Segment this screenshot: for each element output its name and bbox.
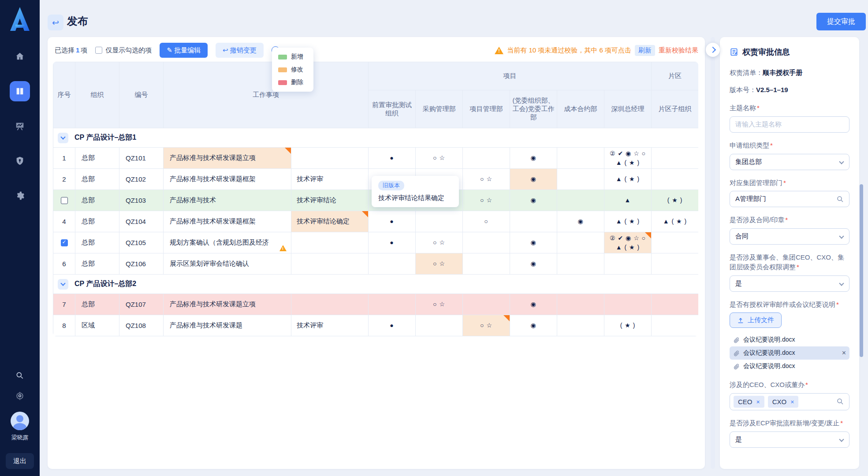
sidebar-item-security[interactable]: [10, 151, 30, 171]
settings-icon[interactable]: [15, 391, 24, 402]
search-icon[interactable]: [15, 371, 24, 382]
avatar[interactable]: [11, 412, 29, 430]
contract-select[interactable]: 合同: [730, 228, 849, 245]
cell-code: QZ102: [119, 169, 164, 190]
undo-changes-button[interactable]: 撤销变更: [216, 43, 264, 58]
group-row: CP 产品设计–总部1: [53, 128, 699, 148]
selected-count-text: 已选择1项: [55, 46, 87, 55]
org-type-select[interactable]: 集团总部: [730, 154, 849, 170]
cell-approval-mark: [557, 253, 604, 275]
warning-icon: [279, 245, 287, 251]
chevron-down-icon: [839, 437, 844, 442]
cell-approval-mark: [463, 253, 510, 275]
uploaded-files-list: 会议纪要说明.docx会议纪要说明.docx×会议纪要说明.docx: [730, 333, 849, 373]
mail-label: 是否有授权评审邮件或会议纪要说明*: [730, 300, 849, 309]
app-logo-icon: [7, 5, 33, 33]
cell-approval-mark: [557, 169, 604, 190]
row-checkbox[interactable]: [61, 197, 68, 204]
col-header-org: 组织: [75, 62, 119, 128]
file-name: 会议纪要说明.docx: [743, 349, 795, 357]
refresh-link[interactable]: 刷新: [635, 45, 655, 56]
only-checked-filter[interactable]: 仅显示勾选的项: [95, 46, 152, 55]
sidebar-item-settings[interactable]: [10, 186, 30, 206]
ecp-select[interactable]: 是: [730, 431, 849, 448]
cell-step: 技术评审: [291, 169, 369, 190]
recheck-result-link[interactable]: 重新校验结果: [659, 46, 698, 55]
upload-file-button[interactable]: 上传文件: [730, 312, 782, 328]
remove-file-icon[interactable]: ×: [842, 349, 846, 357]
cell-approval-mark: ○ ☆: [463, 315, 510, 336]
paperclip-icon: [733, 350, 740, 357]
cell-approval-mark: [604, 253, 652, 275]
cell-approval-mark: [652, 148, 699, 169]
cell-org: 总部: [75, 211, 119, 232]
submit-approval-button[interactable]: 提交审批: [816, 13, 866, 30]
cell-step: 技术评审结论: [291, 190, 369, 211]
only-checked-checkbox[interactable]: [95, 47, 102, 54]
collapse-group-icon[interactable]: [58, 133, 68, 143]
uploaded-file-item[interactable]: 会议纪要说明.docx: [730, 360, 849, 373]
cell-approval-mark: [652, 169, 699, 190]
cell-approval-mark: ○ ☆: [416, 253, 463, 275]
cell-org: 总部: [75, 190, 119, 211]
legend-label: 删除: [291, 78, 303, 86]
remove-tag-icon[interactable]: ×: [756, 398, 760, 405]
chevron-down-icon: [839, 281, 844, 286]
cell-code: QZ104: [119, 211, 164, 232]
logout-button[interactable]: 退出: [6, 453, 34, 469]
sidebar-item-dashboard[interactable]: [10, 116, 30, 136]
paperclip-icon: [733, 363, 740, 370]
cell-code: QZ105: [119, 232, 164, 253]
col-header-cost-contract: 成本合约部: [557, 90, 604, 128]
back-button[interactable]: [48, 15, 63, 30]
toolbar: 已选择1项 仅显示勾选的项 批量编辑 撤销变更 当前有 10 项未通过校验，其中…: [55, 42, 698, 58]
collapse-group-icon[interactable]: [58, 279, 68, 290]
panel-divider[interactable]: [711, 37, 715, 469]
remove-tag-icon[interactable]: ×: [790, 398, 794, 405]
cell-approval-mark: ○ ☆: [416, 148, 463, 169]
sidebar-item-manual[interactable]: [10, 81, 30, 101]
upload-icon: [737, 317, 744, 324]
validation-warning-bar: 当前有 10 项未通过校验，其中 6 项可点击 刷新 重新校验结果: [495, 45, 698, 56]
cell-step: [291, 253, 369, 275]
topic-name-input[interactable]: 请输入主题名称: [730, 116, 849, 133]
cell-code: QZ106: [119, 253, 164, 275]
cell-approval-mark: ●: [369, 315, 416, 336]
cell-approval-mark: [463, 294, 510, 315]
cell-approval-mark: [463, 148, 510, 169]
cell-approval-mark: ▲ ( ★ ): [652, 211, 699, 232]
cell-org: 区域: [75, 315, 119, 336]
change-corner-icon: [362, 211, 368, 217]
cell-work-item: 产品标准与技术研发课题框架: [164, 211, 291, 232]
cell-approval-mark: ○ ☆: [463, 190, 510, 211]
uploaded-file-item[interactable]: 会议纪要说明.docx×: [730, 346, 849, 360]
cell-seq: [53, 190, 75, 211]
row-checkbox[interactable]: [61, 239, 68, 246]
cell-seq: 1: [53, 148, 75, 169]
scrollbar[interactable]: [860, 184, 863, 357]
cell-approval-mark: [416, 211, 463, 232]
board-select[interactable]: 是: [730, 275, 849, 292]
org-type-label: 申请组织类型*: [730, 141, 849, 150]
cell-approval-mark: ◉: [510, 169, 557, 190]
cell-org: 总部: [75, 148, 119, 169]
collapse-panel-button[interactable]: [706, 43, 720, 57]
cell-step: 技术评审: [291, 315, 369, 336]
cell-approval-mark: ●: [369, 211, 416, 232]
table-row: 总部QZ105规划方案确认（含规划总图及经济●○ ☆◉② ✔ ◉ ☆ ○ ▲ (…: [53, 232, 699, 253]
batch-edit-button[interactable]: 批量编辑: [160, 43, 208, 58]
book-icon: [15, 86, 25, 96]
legend-item: 修改: [278, 66, 307, 74]
tag-cxo: CXO×: [768, 396, 799, 408]
shield-icon: [15, 156, 25, 166]
col-header-zone-suborg: 片区子组织: [652, 90, 699, 128]
ceo-tags-input[interactable]: CEO×CXO×: [730, 393, 849, 410]
mgmt-dept-input[interactable]: A管理部门: [730, 191, 849, 207]
sidebar-item-home[interactable]: [10, 46, 30, 67]
cell-seq: 2: [53, 169, 75, 190]
uploaded-file-item[interactable]: 会议纪要说明.docx: [730, 333, 849, 346]
cell-approval-mark: ●: [369, 148, 416, 169]
cell-org: 总部: [75, 169, 119, 190]
cell-seq: 6: [53, 253, 75, 275]
cell-approval-mark: ▲: [604, 190, 652, 211]
